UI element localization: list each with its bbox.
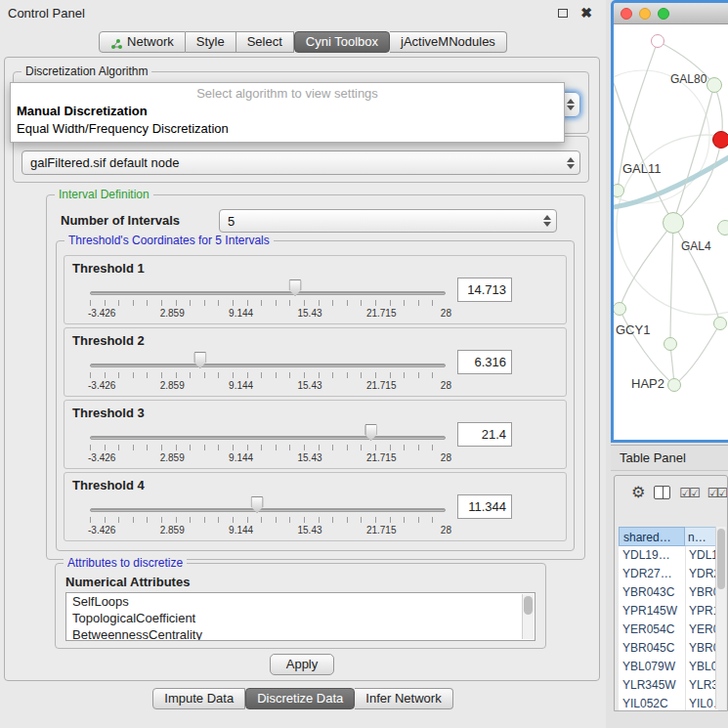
scale-label: 2.859 bbox=[160, 380, 185, 391]
network-node[interactable] bbox=[663, 212, 684, 234]
select-rows-icon[interactable]: ☑☑ bbox=[707, 486, 726, 500]
network-node[interactable] bbox=[717, 220, 728, 236]
dropdown-option-manual[interactable]: Manual Discretization bbox=[11, 103, 564, 120]
cell-shared-name[interactable]: YER054C bbox=[619, 621, 685, 639]
scale-label: 28 bbox=[441, 525, 451, 535]
apply-button[interactable]: Apply bbox=[270, 654, 334, 675]
cell-name[interactable]: YDL1… bbox=[685, 546, 718, 565]
cell-name[interactable]: YER0… bbox=[685, 621, 718, 639]
tab-select[interactable]: Select bbox=[236, 31, 294, 53]
table-row[interactable]: YPR145W YPR1… bbox=[619, 602, 718, 621]
list-item[interactable]: SelfLoops bbox=[66, 593, 535, 610]
slider-scale: -3.426 2.859 9.144 15.43 21.715 28 bbox=[88, 308, 451, 319]
network-node[interactable] bbox=[667, 378, 681, 392]
tab-impute-data[interactable]: Impute Data bbox=[152, 688, 245, 709]
cell-name[interactable]: YBR0… bbox=[685, 583, 718, 602]
cell-shared-name[interactable]: YLR345W bbox=[619, 676, 685, 695]
table-row[interactable]: YLR345W YLR3… bbox=[619, 676, 718, 695]
network-node[interactable] bbox=[651, 34, 664, 48]
scale-label: 9.144 bbox=[229, 380, 253, 391]
table-row[interactable]: YBR045C YBR0… bbox=[619, 639, 718, 658]
threshold-2-value-field[interactable]: 6.316 bbox=[457, 350, 512, 374]
scale-label: 15.43 bbox=[298, 452, 322, 463]
tab-infer-network[interactable]: Infer Network bbox=[355, 688, 452, 709]
tab-network[interactable]: Network bbox=[99, 31, 186, 53]
top-tab-bar: Network Style Select Cyni Toolbox jActiv… bbox=[0, 31, 606, 53]
threshold-4-value-field[interactable]: 11.344 bbox=[457, 494, 512, 519]
network-node[interactable] bbox=[713, 317, 727, 330]
network-node[interactable] bbox=[707, 77, 722, 93]
network-view-window: GAL80 GAL11 GAL4 GCY1 HAP2 bbox=[611, 0, 728, 443]
tab-infer-network-label: Infer Network bbox=[365, 689, 441, 708]
table-row[interactable]: YDR27… YDR2… bbox=[619, 565, 718, 583]
slider-track[interactable] bbox=[90, 291, 446, 295]
list-item[interactable]: BetweennessCentrality bbox=[66, 626, 535, 641]
float-window-icon[interactable] bbox=[558, 9, 568, 18]
node-label: GAL4 bbox=[681, 239, 711, 253]
numerical-attributes-label: Numerical Attributes bbox=[65, 575, 190, 589]
network-node[interactable] bbox=[664, 337, 677, 351]
tab-style[interactable]: Style bbox=[186, 31, 236, 53]
threshold-3-value-field[interactable]: 21.4 bbox=[457, 422, 512, 447]
cell-name[interactable]: YDR2… bbox=[685, 565, 718, 583]
tab-cyni-toolbox-label: Cyni Toolbox bbox=[306, 32, 378, 52]
threshold-1-value-field[interactable]: 14.713 bbox=[457, 278, 512, 302]
cell-name[interactable]: YLR3… bbox=[685, 676, 718, 695]
node-label: GAL11 bbox=[622, 161, 662, 176]
control-panel-titlebar: Control Panel ✖ bbox=[0, 0, 606, 25]
tab-cyni-toolbox[interactable]: Cyni Toolbox bbox=[294, 31, 390, 53]
dropdown-option-equal-width[interactable]: Equal Width/Frequency Discretization bbox=[11, 120, 564, 138]
scrollbar-thumb[interactable] bbox=[717, 529, 725, 589]
cell-name[interactable]: YBR0… bbox=[685, 639, 718, 658]
table-row[interactable]: YER054C YER0… bbox=[619, 621, 718, 639]
scale-label: 21.715 bbox=[366, 380, 397, 391]
scale-label: 2.859 bbox=[160, 525, 185, 535]
slider-track[interactable] bbox=[90, 508, 446, 512]
network-node-selected[interactable] bbox=[712, 131, 728, 149]
slider-track[interactable] bbox=[90, 364, 446, 367]
cell-name[interactable]: YIL0… bbox=[685, 695, 718, 711]
column-header-shared-name[interactable]: shared… bbox=[619, 527, 685, 546]
scale-label: 15.43 bbox=[298, 525, 322, 535]
attributes-scrollbar bbox=[522, 594, 534, 639]
cell-shared-name[interactable]: YDR27… bbox=[619, 565, 685, 583]
close-traffic-light[interactable] bbox=[621, 8, 632, 20]
cell-shared-name[interactable]: YPR145W bbox=[619, 602, 685, 621]
combo-arrows-icon bbox=[543, 215, 551, 227]
table-scrollbar bbox=[715, 527, 726, 709]
columns-icon[interactable] bbox=[654, 486, 670, 499]
cell-shared-name[interactable]: YBR045C bbox=[619, 639, 685, 658]
scale-label: 28 bbox=[441, 308, 451, 319]
cell-shared-name[interactable]: YBL079W bbox=[619, 658, 685, 676]
cell-name[interactable]: YPR1… bbox=[685, 602, 718, 621]
table-data-combobox[interactable]: galFiltered.sif default node bbox=[21, 150, 580, 175]
network-canvas[interactable]: GAL80 GAL11 GAL4 GCY1 HAP2 bbox=[614, 24, 728, 440]
table-row[interactable]: YDL19… YDL1… bbox=[619, 546, 718, 565]
table-row[interactable]: YIL052C YIL0… bbox=[619, 695, 718, 711]
list-item[interactable]: TopologicalCoefficient bbox=[66, 610, 535, 626]
table-row[interactable]: YBR043C YBR0… bbox=[619, 583, 718, 602]
column-header-name[interactable]: n… bbox=[685, 527, 718, 546]
cyni-toolbox-panel: Discretization Algorithm Table Data galF… bbox=[4, 57, 600, 681]
minimize-traffic-light[interactable] bbox=[639, 8, 651, 20]
slider-track[interactable] bbox=[90, 436, 446, 440]
threshold-4-panel: Threshold 4 -3.426 2.859 9.144 15.43 21.… bbox=[64, 472, 567, 541]
tab-jactivemnodules[interactable]: jActiveMNodules bbox=[390, 31, 507, 53]
cell-shared-name[interactable]: YDL19… bbox=[619, 546, 685, 565]
cell-name[interactable]: YBL0… bbox=[685, 658, 718, 676]
tab-impute-data-label: Impute Data bbox=[164, 689, 234, 708]
close-icon[interactable]: ✖ bbox=[580, 8, 592, 18]
number-of-intervals-combobox[interactable]: 5 bbox=[219, 209, 557, 233]
select-columns-icon[interactable]: ☑☑ bbox=[679, 486, 698, 500]
table-panel-title: Table Panel bbox=[620, 450, 686, 465]
gear-icon[interactable]: ⚙ bbox=[631, 485, 645, 500]
zoom-traffic-light[interactable] bbox=[658, 8, 669, 20]
scrollbar-thumb[interactable] bbox=[524, 596, 533, 615]
table-row[interactable]: YBL079W YBL0… bbox=[619, 658, 718, 676]
cell-shared-name[interactable]: YIL052C bbox=[619, 695, 685, 711]
threshold-1-label: Threshold 1 bbox=[72, 261, 145, 276]
node-label: GAL80 bbox=[670, 72, 707, 86]
cell-shared-name[interactable]: YBR043C bbox=[619, 583, 685, 602]
tab-discretize-data-label: Discretize Data bbox=[257, 689, 343, 708]
tab-discretize-data[interactable]: Discretize Data bbox=[245, 688, 355, 709]
